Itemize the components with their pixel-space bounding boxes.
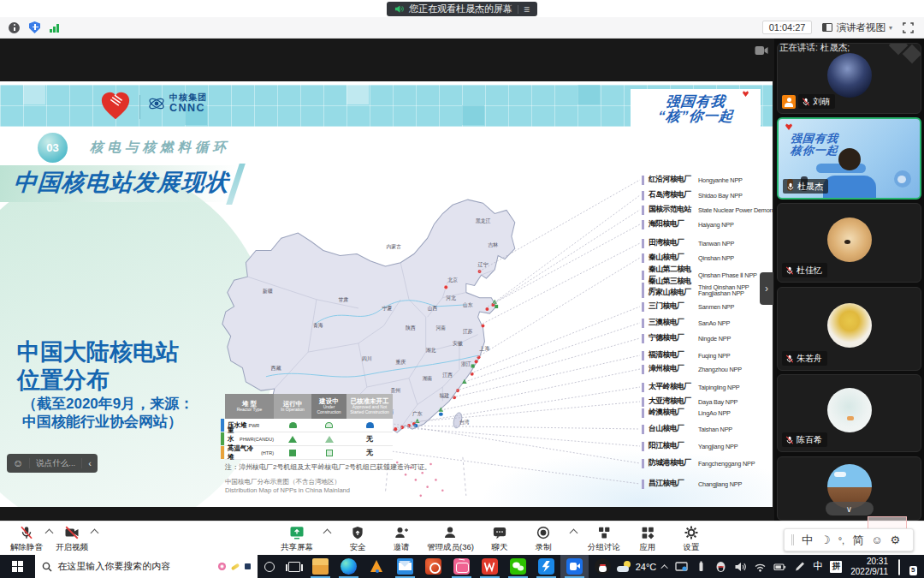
map-caption-en: Distribution Map of NPPs in China Mainla…: [225, 486, 350, 494]
share-screen-icon: [289, 525, 305, 540]
npp-list-item: 田湾核电厂 Tianwan NPP: [642, 238, 734, 248]
svg-text:上海: 上海: [479, 346, 490, 351]
weather-widget[interactable]: 24°C: [617, 561, 657, 572]
ime-pinyin-badge[interactable]: 拼: [830, 561, 842, 573]
invite-button[interactable]: 邀请: [383, 525, 419, 553]
hidden-icons-caret[interactable]: [661, 564, 668, 571]
mic-options-caret[interactable]: [45, 529, 54, 538]
view-mode-label: 演讲者视图: [836, 21, 886, 34]
share-screen-button[interactable]: 共享屏幕: [279, 525, 315, 553]
npp-list-item: 福清核电厂 Fuqing NPP: [642, 350, 730, 361]
emoji-icon[interactable]: ☺: [13, 458, 23, 468]
app-office[interactable]: [419, 555, 447, 578]
scroll-down-button[interactable]: ∨: [826, 502, 874, 515]
brand-name-en: CNNC: [169, 103, 207, 114]
fullscreen-button[interactable]: [903, 22, 914, 33]
app-edge[interactable]: [335, 555, 363, 578]
app-thunder[interactable]: [532, 555, 560, 578]
app-bilibili[interactable]: [447, 555, 476, 578]
participant-tile[interactable]: 杜佳忆: [777, 203, 921, 283]
chat-placeholder[interactable]: 说点什么...: [36, 458, 75, 469]
svg-text:江苏: 江苏: [463, 327, 473, 333]
ime-grip[interactable]: [791, 534, 794, 545]
cortana-button[interactable]: [258, 562, 281, 572]
app-wps[interactable]: [476, 555, 504, 578]
ime-emoji-icon[interactable]: ☺: [871, 533, 882, 546]
search-highlight-flower-icon[interactable]: [218, 563, 226, 570]
start-button[interactable]: [0, 555, 35, 578]
participant-tile[interactable]: 强国有我核你一起 杜晟杰: [777, 117, 921, 200]
volume-icon[interactable]: [734, 561, 747, 573]
cnnc-logo: 中核集团 CNNC: [147, 93, 207, 114]
network-icon[interactable]: [754, 561, 767, 573]
npp-item-bar: [642, 383, 644, 392]
settings-button[interactable]: 设置: [673, 525, 709, 553]
app-a-launcher[interactable]: [363, 555, 391, 578]
main-area: 中核集团 CNNC 强国有我 “核”你一起 03 核电与核燃料循环 中国核电站发…: [0, 39, 924, 521]
chat-input-pill[interactable]: ☺ 说点什么... ‹: [7, 454, 98, 473]
sidebar-collapse-handle[interactable]: ›: [760, 272, 773, 305]
system-tray: 24°C 中 拼 20:31 2022/9/11 5: [617, 557, 924, 577]
share-options-caret[interactable]: [323, 529, 332, 538]
battery-icon[interactable]: [773, 561, 786, 573]
network-signal-icon[interactable]: [50, 23, 59, 33]
participant-tile[interactable]: 朱若舟: [777, 287, 921, 371]
weather-temp: 24°C: [636, 562, 657, 572]
security-button[interactable]: 安全: [340, 525, 376, 553]
unmute-button[interactable]: 解除静音: [9, 525, 44, 553]
meeting-security-icon[interactable]: [29, 21, 40, 33]
svg-text:内蒙古: 内蒙古: [386, 244, 401, 250]
app-file-explorer[interactable]: [306, 555, 335, 578]
taskbar-search[interactable]: 在这里输入你要搜索的内容: [35, 555, 258, 578]
chat-collapse-icon[interactable]: ‹: [88, 458, 92, 468]
taskbar-clock[interactable]: 20:31 2022/9/11: [850, 557, 888, 577]
participant-tile[interactable]: 陈百希: [777, 374, 921, 452]
npp-list-item: 方家山核电厂 Fangjiashan NPP: [642, 288, 744, 298]
notification-center[interactable]: 5: [898, 560, 915, 574]
chat-button[interactable]: 聊天: [482, 525, 518, 553]
apps-button[interactable]: 应用: [630, 525, 666, 553]
video-options-caret[interactable]: [91, 529, 99, 538]
record-button[interactable]: 录制: [525, 525, 561, 553]
ime-punct-toggle[interactable]: °,: [838, 535, 844, 545]
svg-text:河北: 河北: [446, 295, 456, 301]
svg-text:甘肃: 甘肃: [338, 297, 348, 302]
ime-settings-icon[interactable]: ⚙: [890, 533, 900, 546]
presenter-body: [823, 176, 876, 198]
start-video-button[interactable]: 开启视频: [54, 525, 90, 553]
time: 20:31: [867, 557, 888, 567]
camera-float-icon[interactable]: [755, 45, 768, 56]
app-qq[interactable]: [589, 555, 617, 578]
ime-lang-toggle[interactable]: 中: [802, 533, 813, 548]
manage-members-button[interactable]: 管理成员(36): [427, 525, 474, 553]
usb-icon[interactable]: [695, 561, 708, 573]
npp-list-item: 昌江核电厂 Changjiang NPP: [642, 479, 742, 489]
npp-name-en: Haiyang NPP: [698, 221, 734, 229]
npp-name-en: SanAo NPP: [698, 319, 730, 327]
view-mode-button[interactable]: 演讲者视图 ▾: [822, 21, 892, 34]
map-caption-cn: 中国核电厂分布示意图（不含台湾地区）: [225, 478, 341, 486]
ime-moon-icon[interactable]: ☽: [820, 533, 831, 546]
record-options-caret[interactable]: [569, 529, 578, 538]
meeting-info-icon[interactable]: [9, 22, 20, 33]
qq-tray-icon[interactable]: [714, 561, 727, 573]
avatar: [827, 303, 872, 348]
ime-simplified-toggle[interactable]: 简: [852, 533, 863, 548]
npp-name-cn: 阳江核电厂: [649, 441, 698, 451]
npp-list-item: 防城港核电厂 Fangchenggang NPP: [642, 458, 755, 468]
banner-menu-icon[interactable]: ≡: [524, 4, 530, 15]
app-wechat[interactable]: [504, 555, 532, 578]
pen-icon[interactable]: [793, 561, 806, 573]
breakout-rooms-button[interactable]: 分组讨论: [586, 525, 622, 553]
participant-name-label: 陈百希: [782, 432, 827, 447]
npp-name-cn: 三澳核电厂: [649, 318, 698, 328]
npp-item-bar: [642, 289, 644, 298]
language-indicator[interactable]: 中: [813, 559, 823, 574]
titlebar: 您正在观看杜晟杰的屏幕 ≡: [0, 0, 924, 17]
watching-banner[interactable]: 您正在观看杜晟杰的屏幕 ≡: [387, 2, 537, 16]
task-view-button[interactable]: [282, 562, 306, 572]
app-tencent-meeting[interactable]: [560, 555, 589, 578]
display-cast-icon[interactable]: [675, 561, 688, 573]
app-mail[interactable]: [391, 555, 419, 578]
search-highlight-pen-icon: [231, 563, 240, 570]
